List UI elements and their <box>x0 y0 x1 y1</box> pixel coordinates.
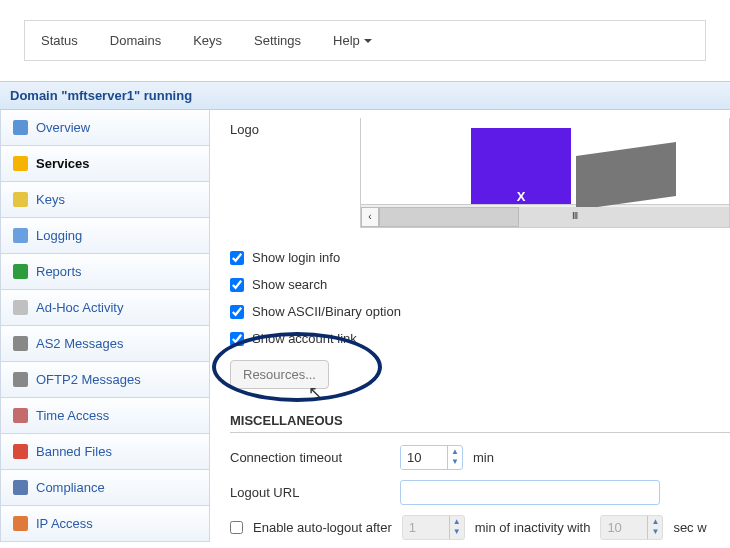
sidebar-item-label: Logging <box>36 228 82 243</box>
overview-icon <box>13 120 28 135</box>
conn-timeout-label: Connection timeout <box>230 450 390 465</box>
sidebar-item-label: Banned Files <box>36 444 112 459</box>
auto-logout-min-input <box>403 516 449 539</box>
services-icon <box>13 156 28 171</box>
banned-icon <box>13 444 28 459</box>
scroll-track[interactable]: Ⅲ <box>379 207 729 227</box>
sidebar-item-label: Overview <box>36 120 90 135</box>
sidebar-item-label: Keys <box>36 192 65 207</box>
auto-logout-label: Enable auto-logout after <box>253 520 392 535</box>
nav-label: Settings <box>254 33 301 48</box>
logo-purple-box: X <box>471 128 571 204</box>
sidebar-item-label: IP Access <box>36 516 93 531</box>
logo-gray-shape <box>576 142 676 210</box>
option-checkbox[interactable] <box>230 305 244 319</box>
sidebar-item-logging[interactable]: Logging <box>0 218 210 254</box>
checkbox-row: Show ASCII/Binary option <box>230 304 730 319</box>
checkbox-row: Show search <box>230 277 730 292</box>
logo-preview: X ‹ Ⅲ <box>360 118 730 228</box>
sidebar-item-reports[interactable]: Reports <box>0 254 210 290</box>
checkbox-row: Show login info <box>230 250 730 265</box>
option-label: Show account link <box>252 331 357 346</box>
adhoc-icon <box>13 300 28 315</box>
auto-logout-mid: min of inactivity with <box>475 520 591 535</box>
stepper-down-icon: ▼ <box>648 526 662 536</box>
option-checkbox[interactable] <box>230 278 244 292</box>
stepper-down-icon: ▼ <box>450 526 464 536</box>
sidebar-item-label: OFTP2 Messages <box>36 372 141 387</box>
sidebar-item-ad-hoc-activity[interactable]: Ad-Hoc Activity <box>0 290 210 326</box>
stepper-up-icon: ▲ <box>648 516 662 526</box>
nav-label: Status <box>41 33 78 48</box>
conn-timeout-stepper[interactable]: ▲ ▼ <box>400 445 463 470</box>
sidebar-item-label: Services <box>36 156 90 171</box>
scroll-marker: Ⅲ <box>572 211 578 221</box>
as2-icon <box>13 336 28 351</box>
sidebar-item-ip-access[interactable]: IP Access <box>0 506 210 542</box>
sidebar-item-label: Time Access <box>36 408 109 423</box>
stepper-down-icon[interactable]: ▼ <box>448 456 462 466</box>
reports-icon <box>13 264 28 279</box>
sidebar-item-label: AS2 Messages <box>36 336 123 351</box>
ipaccess-icon <box>13 516 28 531</box>
nav-label: Domains <box>110 33 161 48</box>
oftp2-icon <box>13 372 28 387</box>
sidebar-item-label: Ad-Hoc Activity <box>36 300 123 315</box>
logout-url-input[interactable] <box>400 480 660 505</box>
option-label: Show search <box>252 277 327 292</box>
horizontal-scrollbar[interactable]: ‹ Ⅲ <box>361 204 729 228</box>
miscellaneous-header: MISCELLANEOUS <box>230 409 730 433</box>
sidebar-item-overview[interactable]: Overview <box>0 110 210 146</box>
nav-settings[interactable]: Settings <box>238 21 317 60</box>
nav-domains[interactable]: Domains <box>94 21 177 60</box>
nav-help[interactable]: Help <box>317 21 388 60</box>
scroll-thumb[interactable] <box>379 207 519 227</box>
checkbox-row: Show account link <box>230 331 730 346</box>
sidebar-item-time-access[interactable]: Time Access <box>0 398 210 434</box>
nav-label: Help <box>333 33 360 48</box>
nav-label: Keys <box>193 33 222 48</box>
keys-icon <box>13 192 28 207</box>
domain-status-bar: Domain "mftserver1" running <box>0 81 730 110</box>
conn-timeout-unit: min <box>473 450 494 465</box>
sidebar-item-label: Reports <box>36 264 82 279</box>
stepper-up-icon: ▲ <box>450 516 464 526</box>
logo-canvas: X <box>361 118 729 204</box>
top-nav: Status Domains Keys Settings Help <box>24 20 706 61</box>
auto-logout-tail: sec w <box>673 520 706 535</box>
compliance-icon <box>13 480 28 495</box>
logout-url-label: Logout URL <box>230 485 390 500</box>
conn-timeout-input[interactable] <box>401 446 447 469</box>
nav-status[interactable]: Status <box>25 21 94 60</box>
sidebar-item-banned-files[interactable]: Banned Files <box>0 434 210 470</box>
sidebar-item-keys[interactable]: Keys <box>0 182 210 218</box>
nav-keys[interactable]: Keys <box>177 21 238 60</box>
chevron-down-icon <box>364 39 372 43</box>
sidebar-item-oftp2-messages[interactable]: OFTP2 Messages <box>0 362 210 398</box>
sidebar: OverviewServicesKeysLoggingReportsAd-Hoc… <box>0 110 210 548</box>
option-checkbox[interactable] <box>230 332 244 346</box>
sidebar-item-compliance[interactable]: Compliance <box>0 470 210 506</box>
sidebar-item-as2-messages[interactable]: AS2 Messages <box>0 326 210 362</box>
auto-logout-min-stepper: ▲▼ <box>402 515 465 540</box>
time-icon <box>13 408 28 423</box>
scroll-left-icon[interactable]: ‹ <box>361 207 379 227</box>
auto-logout-sec-stepper: ▲▼ <box>600 515 663 540</box>
logging-icon <box>13 228 28 243</box>
option-label: Show login info <box>252 250 340 265</box>
option-label: Show ASCII/Binary option <box>252 304 401 319</box>
sidebar-item-label: Compliance <box>36 480 105 495</box>
resources-button[interactable]: Resources... <box>230 360 329 389</box>
option-checkbox[interactable] <box>230 251 244 265</box>
logo-label: Logo <box>230 118 360 137</box>
sidebar-item-services[interactable]: Services <box>0 146 210 182</box>
logo-letter: X <box>517 189 526 204</box>
stepper-up-icon[interactable]: ▲ <box>448 446 462 456</box>
auto-logout-checkbox[interactable] <box>230 521 243 534</box>
main-panel: Logo X ‹ Ⅲ Show login infoShow searchSho… <box>210 110 730 548</box>
auto-logout-sec-input <box>601 516 647 539</box>
